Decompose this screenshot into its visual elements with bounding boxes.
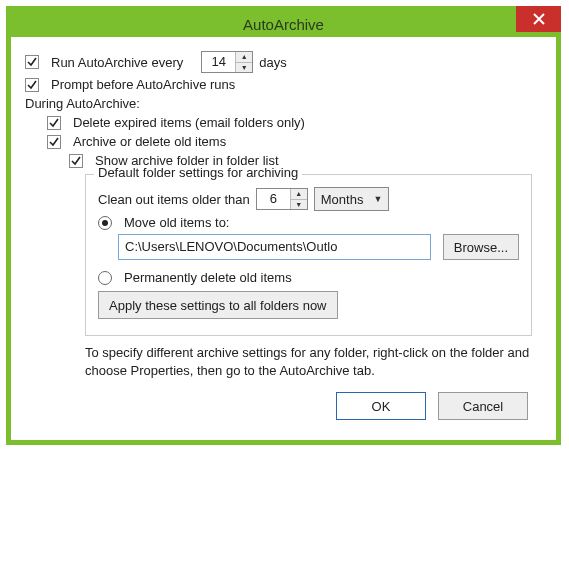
prompt-before-label: Prompt before AutoArchive runs xyxy=(51,77,235,92)
titlebar: AutoArchive xyxy=(11,11,556,37)
dialog-footer: OK Cancel xyxy=(25,392,542,426)
check-icon xyxy=(27,80,37,90)
spin-up[interactable]: ▲ xyxy=(236,52,252,63)
move-old-radio[interactable] xyxy=(98,216,112,230)
clean-out-value[interactable]: 6 xyxy=(257,189,291,209)
run-every-value[interactable]: 14 xyxy=(202,52,236,72)
archive-old-checkbox[interactable] xyxy=(47,135,61,149)
autoarchive-dialog: AutoArchive Run AutoArchive every 14 ▲ ▼ xyxy=(6,6,561,445)
run-every-checkbox[interactable] xyxy=(25,55,39,69)
run-every-label-before: Run AutoArchive every xyxy=(51,55,183,70)
perm-delete-row: Permanently delete old items xyxy=(98,270,519,285)
dialog-title: AutoArchive xyxy=(243,16,324,33)
delete-expired-checkbox[interactable] xyxy=(47,116,61,130)
delete-expired-label: Delete expired items (email folders only… xyxy=(73,115,305,130)
perm-delete-radio[interactable] xyxy=(98,271,112,285)
dialog-content: Run AutoArchive every 14 ▲ ▼ days Prompt… xyxy=(11,37,556,440)
prompt-before-checkbox[interactable] xyxy=(25,78,39,92)
show-folder-checkbox[interactable] xyxy=(69,154,83,168)
ok-button[interactable]: OK xyxy=(336,392,426,420)
run-every-row: Run AutoArchive every 14 ▲ ▼ days xyxy=(25,51,542,73)
spin-down[interactable]: ▼ xyxy=(291,200,307,210)
close-button[interactable] xyxy=(516,6,561,32)
cancel-button[interactable]: Cancel xyxy=(438,392,528,420)
clean-out-row: Clean out items older than 6 ▲ ▼ Months … xyxy=(98,187,519,211)
clean-out-spinner[interactable]: 6 ▲ ▼ xyxy=(256,188,308,210)
archive-old-row: Archive or delete old items xyxy=(25,134,542,149)
clean-out-unit: Months xyxy=(321,192,364,207)
help-text: To specify different archive settings fo… xyxy=(85,344,532,380)
clean-out-label: Clean out items older than xyxy=(98,192,250,207)
apply-all-row: Apply these settings to all folders now xyxy=(98,291,519,319)
spinner-buttons: ▲ ▼ xyxy=(291,189,307,209)
check-icon xyxy=(49,118,59,128)
check-icon xyxy=(27,57,37,67)
check-icon xyxy=(49,137,59,147)
group-title: Default folder settings for archiving xyxy=(94,165,302,180)
apply-all-button[interactable]: Apply these settings to all folders now xyxy=(98,291,338,319)
browse-button[interactable]: Browse... xyxy=(443,234,519,260)
run-every-label-after: days xyxy=(259,55,286,70)
perm-delete-label: Permanently delete old items xyxy=(124,270,292,285)
archive-old-label: Archive or delete old items xyxy=(73,134,226,149)
during-label: During AutoArchive: xyxy=(25,96,140,111)
close-icon xyxy=(533,13,545,25)
default-settings-group: Default folder settings for archiving Cl… xyxy=(85,174,532,336)
archive-path-field[interactable]: C:\Users\LENOVO\Documents\Outlo xyxy=(118,234,431,260)
check-icon xyxy=(71,156,81,166)
move-old-row: Move old items to: xyxy=(98,215,519,230)
delete-expired-row: Delete expired items (email folders only… xyxy=(25,115,542,130)
prompt-before-row: Prompt before AutoArchive runs xyxy=(25,77,542,92)
path-row: C:\Users\LENOVO\Documents\Outlo Browse..… xyxy=(98,234,519,260)
move-old-label: Move old items to: xyxy=(124,215,230,230)
spin-down[interactable]: ▼ xyxy=(236,63,252,73)
spin-up[interactable]: ▲ xyxy=(291,189,307,200)
run-every-spinner[interactable]: 14 ▲ ▼ xyxy=(201,51,253,73)
during-label-row: During AutoArchive: xyxy=(25,96,542,111)
chevron-down-icon: ▼ xyxy=(373,194,382,204)
clean-out-unit-dropdown[interactable]: Months ▼ xyxy=(314,187,390,211)
spinner-buttons: ▲ ▼ xyxy=(236,52,252,72)
